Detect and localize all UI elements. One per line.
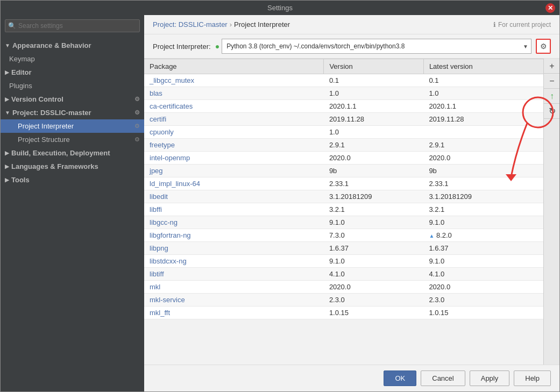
- package-latest: 9.1.0: [423, 255, 543, 268]
- package-version: 1.0: [324, 126, 424, 139]
- package-name: libgcc-ng: [144, 216, 324, 229]
- package-version: 4.1.0: [324, 268, 424, 281]
- table-row[interactable]: libtiff4.1.04.1.0: [144, 268, 543, 281]
- package-version: 3.1.20181209: [324, 190, 424, 203]
- cancel-button[interactable]: Cancel: [421, 370, 465, 386]
- sidebar-item-tools[interactable]: ▶ Tools: [1, 173, 144, 187]
- for-current-project: ℹ For current project: [493, 21, 551, 28]
- title-bar: Settings ✕: [1, 1, 559, 15]
- interpreter-select-wrapper: ● Python 3.8 (torch_env) ~/.conda/envs/t…: [215, 39, 531, 54]
- table-row[interactable]: ca-certificates2020.1.12020.1.1: [144, 100, 543, 113]
- refresh-packages-button[interactable]: ↻: [544, 104, 559, 119]
- table-row[interactable]: libgfortran-ng7.3.0▲ 8.2.0: [144, 229, 543, 242]
- expand-arrow: ▶: [5, 177, 9, 183]
- package-name: mkl_fft: [144, 307, 324, 319]
- package-name: mkl-service: [144, 294, 324, 307]
- package-latest: 9b: [423, 165, 543, 177]
- search-icon: 🔍: [8, 22, 16, 30]
- table-row[interactable]: freetype2.9.12.9.1: [144, 139, 543, 152]
- package-version: 2020.1.1: [324, 100, 424, 113]
- sidebar-item-label: Tools: [11, 176, 30, 184]
- table-row[interactable]: intel-openmp2020.02020.0: [144, 152, 543, 165]
- table-row[interactable]: libffi3.2.13.2.1: [144, 203, 543, 216]
- sidebar-item-project[interactable]: ▼ Project: DSSLIC-master ⚙: [1, 106, 144, 119]
- green-dot-icon: ●: [215, 42, 219, 51]
- sidebar-item-version-control[interactable]: ▶ Version Control ⚙: [1, 92, 144, 106]
- sidebar-item-keymap[interactable]: Keymap: [1, 52, 144, 66]
- package-table: Package Version Latest version _libgcc_m…: [144, 59, 543, 319]
- table-row[interactable]: jpeg9b9b: [144, 165, 543, 177]
- sidebar-item-label: Appearance & Behavior: [12, 41, 91, 49]
- table-row[interactable]: libedit3.1.201812093.1.20181209: [144, 190, 543, 203]
- package-name: cpuonly: [144, 126, 324, 139]
- table-row[interactable]: certifi2019.11.282019.11.28: [144, 113, 543, 126]
- table-row[interactable]: mkl-service2.3.02.3.0: [144, 294, 543, 307]
- table-row[interactable]: libstdcxx-ng9.1.09.1.0: [144, 255, 543, 268]
- table-row[interactable]: mkl_fft1.0.151.0.15: [144, 307, 543, 319]
- package-name: libpng: [144, 242, 324, 255]
- apply-button[interactable]: Apply: [470, 370, 510, 386]
- col-version[interactable]: Version: [324, 59, 424, 74]
- package-version: 1.0: [324, 87, 424, 100]
- package-name: mkl: [144, 281, 324, 294]
- package-version: 2020.0: [324, 281, 424, 294]
- bottom-bar: OK Cancel Apply Help: [144, 365, 559, 391]
- sidebar-item-label: Project Structure: [18, 136, 70, 144]
- settings-window: Settings ✕ 🔍 ▼ Appearance & Behavior Key…: [0, 0, 560, 392]
- breadcrumb-arrow: ›: [230, 20, 232, 28]
- package-latest: 2.3.0: [423, 294, 543, 307]
- help-button[interactable]: Help: [514, 370, 551, 386]
- package-version: 7.3.0: [324, 229, 424, 242]
- col-latest[interactable]: Latest version: [423, 59, 543, 74]
- package-version: 2020.0: [324, 152, 424, 165]
- sidebar: 🔍 ▼ Appearance & Behavior Keymap ▶ Edito…: [1, 15, 144, 391]
- breadcrumb-project[interactable]: Project: DSSLIC-master: [153, 20, 228, 28]
- table-row[interactable]: libgcc-ng9.1.09.1.0: [144, 216, 543, 229]
- package-version: 9b: [324, 165, 424, 177]
- col-package[interactable]: Package: [144, 59, 324, 74]
- search-input[interactable]: [5, 19, 140, 32]
- settings-icon: ⚙: [134, 123, 140, 130]
- interpreter-gear-button[interactable]: ⚙: [536, 39, 551, 54]
- table-row[interactable]: _libgcc_mutex0.10.1: [144, 74, 543, 87]
- close-button[interactable]: ✕: [545, 3, 555, 13]
- interpreter-select[interactable]: Python 3.8 (torch_env) ~/.conda/envs/tor…: [222, 39, 531, 54]
- remove-package-button[interactable]: −: [544, 74, 559, 89]
- package-latest: 9.1.0: [423, 216, 543, 229]
- package-version: 1.0.15: [324, 307, 424, 319]
- upgrade-package-button[interactable]: ↑: [544, 89, 559, 104]
- expand-arrow: ▶: [5, 163, 9, 169]
- sidebar-item-plugins[interactable]: Plugins: [1, 79, 144, 92]
- package-name: libtiff: [144, 268, 324, 281]
- package-name: jpeg: [144, 165, 324, 177]
- table-row[interactable]: libpng1.6.371.6.37: [144, 242, 543, 255]
- package-name: libstdcxx-ng: [144, 255, 324, 268]
- sidebar-item-build[interactable]: ▶ Build, Execution, Deployment: [1, 146, 144, 160]
- package-latest: 3.2.1: [423, 203, 543, 216]
- sidebar-item-label: Project: DSSLIC-master: [12, 109, 91, 117]
- package-latest: 1.0: [423, 87, 543, 100]
- sidebar-item-editor[interactable]: ▶ Editor: [1, 66, 144, 79]
- table-row[interactable]: ld_impl_linux-642.33.12.33.1: [144, 177, 543, 190]
- package-latest: 2.33.1: [423, 177, 543, 190]
- package-table-scroll[interactable]: Package Version Latest version _libgcc_m…: [144, 59, 543, 365]
- breadcrumb-current: Project Interpreter: [234, 20, 290, 28]
- add-package-button[interactable]: +: [544, 59, 559, 74]
- table-row[interactable]: blas1.01.0: [144, 87, 543, 100]
- package-name: libedit: [144, 190, 324, 203]
- ok-button[interactable]: OK: [384, 370, 416, 386]
- package-name: ld_impl_linux-64: [144, 177, 324, 190]
- sidebar-item-appearance[interactable]: ▼ Appearance & Behavior: [1, 39, 144, 52]
- table-row[interactable]: cpuonly1.0: [144, 126, 543, 139]
- table-row[interactable]: mkl2020.02020.0: [144, 281, 543, 294]
- expand-arrow: ▶: [5, 69, 9, 75]
- sidebar-item-project-structure[interactable]: Project Structure ⚙: [1, 133, 144, 146]
- sidebar-item-languages[interactable]: ▶ Languages & Frameworks: [1, 160, 144, 173]
- sidebar-item-label: Keymap: [9, 55, 35, 63]
- sidebar-item-project-interpreter[interactable]: Project Interpreter ⚙: [1, 119, 144, 133]
- interpreter-bar: Project Interpreter: ● Python 3.8 (torch…: [144, 34, 559, 59]
- sidebar-item-label: Build, Execution, Deployment: [11, 149, 110, 157]
- settings-icon: ⚙: [134, 96, 140, 103]
- package-version: 2.3.0: [324, 294, 424, 307]
- settings-icon: ⚙: [134, 109, 140, 116]
